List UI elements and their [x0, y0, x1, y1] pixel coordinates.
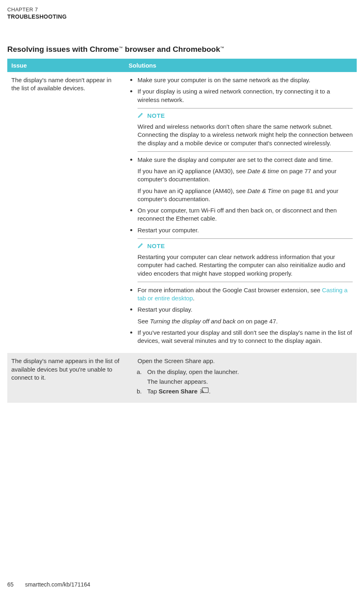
- col-header-issue: Issue: [7, 59, 125, 72]
- pencil-icon: [138, 242, 144, 251]
- trademark-symbol: ™: [220, 46, 224, 50]
- list-marker: a.: [137, 368, 142, 376]
- chapter-label: CHAPTER 7: [7, 6, 364, 13]
- sub-paragraph: If you have an iQ appliance (AM40), see …: [138, 187, 353, 204]
- list-item: If your display is using a wired network…: [138, 87, 353, 152]
- list-item: Restart your display. See Turning the di…: [138, 306, 353, 325]
- section-title-part2: browser and Chromebook: [123, 45, 220, 53]
- sub-paragraph: If you have an iQ appliance (AM30), see …: [138, 167, 353, 184]
- section-title: Resolving issues with Chrome™ browser an…: [7, 45, 364, 54]
- list-item: a. On the display, open the launcher. Th…: [147, 368, 353, 386]
- note-heading: NOTE: [138, 242, 353, 251]
- page-footer: 65 smarttech.com/kb/171164: [7, 581, 90, 588]
- svg-point-1: [200, 393, 201, 393]
- list-item: For more information about the Google Ca…: [138, 286, 353, 303]
- sub-paragraph: The launcher appears.: [147, 378, 353, 386]
- pencil-icon: [138, 112, 144, 120]
- note-callout: NOTE Restarting your computer can clear …: [138, 238, 353, 282]
- solutions-cell: Open the Screen Share app. a. On the dis…: [125, 353, 357, 402]
- list-item: On your computer, turn Wi-Fi off and the…: [138, 206, 353, 223]
- list-item: b. Tap Screen Share .: [147, 387, 353, 396]
- footer-url: smarttech.com/kb/171164: [25, 581, 90, 588]
- troubleshooting-table: Issue Solutions The display's name doesn…: [7, 59, 357, 403]
- table-row: The display's name appears in the list o…: [7, 353, 357, 402]
- trademark-symbol: ™: [119, 46, 123, 50]
- issue-cell: The display's name appears in the list o…: [7, 353, 125, 402]
- screen-share-icon: [200, 387, 209, 396]
- alpha-list: a. On the display, open the launcher. Th…: [129, 368, 353, 396]
- chapter-title: TROUBLESHOOTING: [7, 13, 364, 20]
- solution-intro: Open the Screen Share app.: [129, 357, 353, 365]
- sub-paragraph: See Turning the display off and back on …: [138, 317, 353, 325]
- list-item: If you've restarted your display and sti…: [138, 329, 353, 345]
- section-title-part1: Resolving issues with Chrome: [7, 45, 119, 53]
- list-item: Make sure the display and computer are s…: [138, 156, 353, 203]
- note-heading: NOTE: [138, 112, 353, 120]
- solution-list: Make sure your computer is on the same n…: [129, 76, 353, 345]
- note-callout: NOTE Wired and wireless networks don't o…: [138, 108, 353, 152]
- page-header: CHAPTER 7 TROUBLESHOOTING: [0, 0, 364, 20]
- page-number: 65: [7, 581, 23, 588]
- solutions-cell: Make sure your computer is on the same n…: [125, 72, 357, 353]
- list-marker: b.: [137, 387, 142, 395]
- list-item: Restart your computer. NOTE Restarting y…: [138, 226, 353, 282]
- note-body: Restarting your computer can clear netwo…: [138, 253, 353, 278]
- table-row: The display's name doesn't appear in the…: [7, 72, 357, 353]
- col-header-solutions: Solutions: [125, 59, 357, 72]
- issue-cell: The display's name doesn't appear in the…: [7, 72, 125, 353]
- list-item: Make sure your computer is on the same n…: [138, 76, 353, 84]
- table-header-row: Issue Solutions: [7, 59, 357, 72]
- note-body: Wired and wireless networks don't often …: [138, 123, 353, 147]
